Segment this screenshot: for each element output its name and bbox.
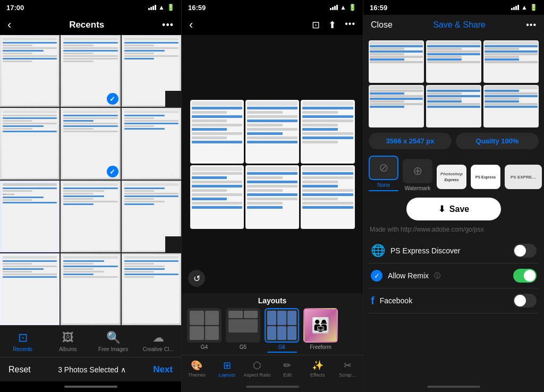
allow-remix-label: Allow Remix — [388, 271, 429, 280]
photo-cell[interactable]: ●●● text line — [0, 181, 60, 252]
close-button[interactable]: Close — [371, 20, 393, 30]
menu-dots-panel1[interactable]: ••• — [162, 20, 174, 31]
photo-cell[interactable] — [0, 108, 60, 180]
photo-cell[interactable] — [61, 253, 120, 325]
rotate-button[interactable]: ↺ — [188, 270, 205, 287]
save-icon: ⬇ — [438, 204, 445, 214]
home-bar-p3 — [427, 386, 480, 388]
photo-cell[interactable] — [61, 181, 120, 252]
watermark-none[interactable]: ⊘ None — [369, 156, 398, 191]
layout-freeform[interactable]: 👨‍👩‍👧 Freeform — [303, 308, 338, 353]
canvas-area[interactable]: ↺ — [182, 35, 363, 293]
ps-discover-toggle[interactable] — [513, 244, 537, 258]
layout-g4[interactable]: G4 — [187, 308, 222, 353]
tab-albums-label: Albums — [59, 346, 76, 352]
layouts-section: Layouts G4 — [182, 293, 363, 355]
photo-cell[interactable]: ✓ — [61, 35, 120, 107]
layout-g5[interactable]: G5 — [226, 308, 260, 353]
tab-effects[interactable]: ✨ Effects — [302, 355, 333, 381]
bottom-tabs-panel1: ⊡ Recents 🖼 Albums 🔍 Free Images ☁ Creat… — [0, 325, 181, 357]
photo-cell[interactable] — [0, 253, 60, 325]
facebook-left: f Facebook — [371, 295, 412, 307]
photos-selected-info: 3 Photos Selected ∧ — [58, 365, 126, 374]
tab-recents[interactable]: ⊡ Recents — [0, 326, 45, 357]
photo-cell[interactable] — [122, 108, 181, 180]
quality-badge[interactable]: Quality 100% — [456, 133, 539, 149]
collage-cell — [190, 100, 244, 164]
layout-g6-label: G6 — [278, 344, 285, 350]
time-panel1: 17:00 — [6, 4, 24, 12]
remix-left: ✓ Allow Remix ⓘ — [371, 270, 440, 282]
back-button-panel2[interactable]: ‹ — [189, 18, 193, 32]
recents-icon: ⊡ — [18, 331, 28, 345]
tab-layouts[interactable]: ⊞ Layouts — [212, 355, 242, 381]
wifi-icon-p3: ▲ — [521, 4, 528, 11]
frame-icon[interactable]: ⊡ — [312, 19, 320, 31]
panel-save-share: 16:59 ▲ 🔋 Close Save & Share ••• — [363, 0, 544, 392]
layout-g5-label: G5 — [240, 344, 246, 350]
layouts-scroll: G4 G5 — [182, 308, 363, 353]
reset-button[interactable]: Reset — [8, 365, 31, 374]
watermark-options-row: ⊘ None ⊕ Watermark Photoshop Express — [369, 156, 539, 191]
photo-cell[interactable] — [122, 253, 181, 325]
panel-photos: 17:00 ▲ 🔋 ‹ Recents ••• — [0, 0, 182, 392]
signal-icon-p2 — [330, 5, 338, 10]
menu-dots-panel3[interactable]: ••• — [526, 20, 537, 30]
none-icon: ⊘ — [379, 161, 388, 175]
scrap-icon: ✂ — [344, 360, 352, 371]
free-images-icon: 🔍 — [106, 331, 121, 345]
allow-remix-toggle[interactable] — [513, 269, 537, 283]
photo-cell[interactable]: ✓ — [61, 108, 120, 180]
tab-creative-cloud-label: Creative Cl… — [143, 346, 174, 352]
save-share-button[interactable]: Save & Share — [433, 20, 486, 30]
collage-cell — [301, 165, 354, 229]
selected-badge: ✓ — [107, 166, 118, 177]
selected-badge: ✓ — [107, 93, 118, 105]
photo-cell[interactable] — [122, 181, 181, 252]
share-icon[interactable]: ⬆ — [328, 19, 336, 31]
tab-free-images[interactable]: 🔍 Free Images — [91, 326, 136, 357]
watermark-icon-box: ⊕ — [403, 159, 432, 183]
tab-scrap[interactable]: ✂ Scrap… — [333, 355, 363, 381]
collage-cell — [245, 100, 299, 164]
photo-cell[interactable] — [122, 35, 181, 107]
watermark-icon: ⊕ — [413, 164, 422, 178]
tab-themes[interactable]: 🎨 Themes — [182, 355, 212, 381]
battery-icon-p3: 🔋 — [530, 4, 538, 11]
facebook-icon: f — [371, 295, 375, 307]
preview-thumb — [483, 40, 539, 83]
watermark-ps-express-1[interactable]: Photoshop Express — [437, 165, 466, 191]
layout-g6[interactable]: G6 — [265, 308, 299, 353]
allow-remix-row: ✓ Allow Remix ⓘ — [369, 263, 539, 288]
menu-dots-panel2[interactable]: ••• — [345, 19, 355, 31]
status-bar-panel2: 16:59 ▲ 🔋 — [182, 0, 363, 15]
themes-icon: 🎨 — [191, 360, 202, 371]
tab-creative-cloud[interactable]: ☁ Creative Cl… — [136, 326, 181, 357]
toggle-knob-remix — [524, 270, 536, 282]
back-button-panel1[interactable]: ‹ — [7, 18, 11, 32]
wifi-icon: ▲ — [158, 4, 165, 11]
battery-icon: 🔋 — [167, 4, 175, 11]
save-button[interactable]: ⬇ Save — [406, 198, 501, 220]
time-panel2: 16:59 — [188, 4, 206, 12]
tab-aspect-ratio[interactable]: ⬡ Aspect Ratio — [242, 355, 273, 381]
size-badge[interactable]: 3566 x 2547 px — [369, 133, 452, 149]
facebook-label: Facebook — [380, 296, 412, 305]
watermark-ps-express-2[interactable]: PS Express — [471, 165, 500, 191]
tab-recents-label: Recents — [13, 346, 32, 352]
save-label: Save — [449, 204, 469, 214]
watermark-text[interactable]: ⊕ Watermark — [403, 159, 432, 191]
tab-edit[interactable]: ✏ Edit — [272, 355, 302, 381]
home-indicator-panel3 — [363, 381, 544, 392]
facebook-toggle[interactable] — [513, 294, 537, 308]
info-icon[interactable]: ⓘ — [434, 271, 440, 280]
collage-cell — [245, 165, 299, 229]
preview-thumb — [426, 40, 481, 83]
collage-cell — [301, 100, 354, 164]
next-button[interactable]: Next — [153, 364, 173, 375]
watermark-ps-express-3[interactable]: PS EXPRE… — [505, 165, 542, 191]
photo-cell[interactable] — [0, 35, 60, 107]
tab-albums[interactable]: 🖼 Albums — [45, 326, 90, 357]
save-button-row: ⬇ Save — [369, 198, 539, 220]
photo-grid: ✓ — [0, 35, 181, 325]
